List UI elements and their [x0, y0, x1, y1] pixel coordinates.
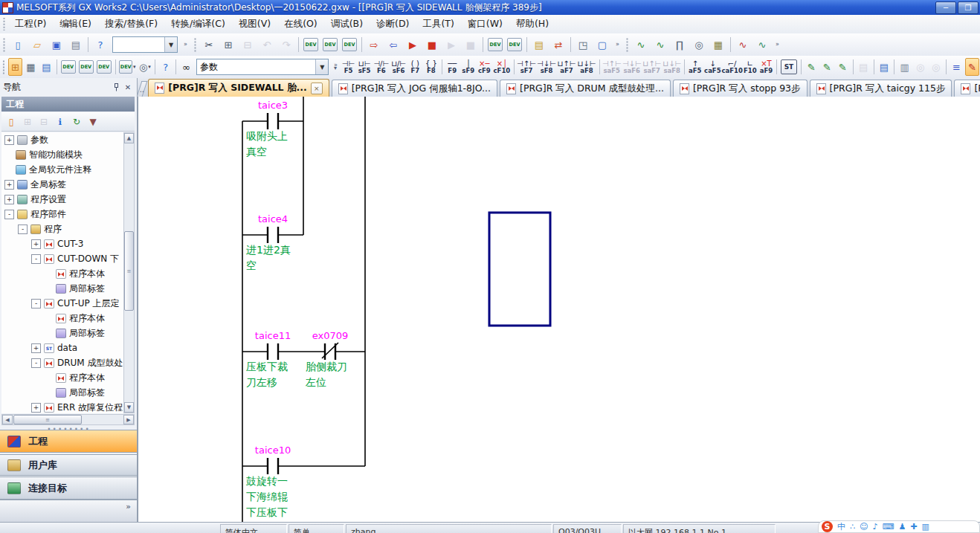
ladder-editor-canvas[interactable]: taice3吸附头上 真空taice4进1进2真 空taice11压板下裁 刀左… — [138, 97, 980, 522]
simulation-button[interactable]: ◳ — [574, 36, 592, 54]
ladder-symbol-sf7-button[interactable]: ⊣↑⊢sF7 — [517, 56, 536, 77]
monitor-pause-button[interactable]: ▶ — [442, 36, 460, 54]
note-find-next-button[interactable]: ◎ — [929, 58, 943, 76]
collapse-icon[interactable]: - — [18, 224, 28, 234]
tree-item-程序本体[interactable]: 程序本体 — [1, 311, 123, 326]
toolbar-overflow-icon[interactable]: » — [773, 36, 781, 53]
collapse-icon[interactable]: - — [4, 210, 14, 219]
ladder-symbol-f10-button[interactable]: ∟F10 — [743, 56, 758, 77]
device-monitor-button[interactable]: DEV — [321, 36, 339, 54]
tab-4[interactable]: [PRG]R 写入 stopp 93步 — [673, 80, 807, 97]
inline-st-button[interactable]: ST — [780, 58, 798, 76]
toolbar-overflow-icon[interactable]: » — [613, 36, 622, 53]
paste-button[interactable]: ⊟ — [239, 36, 257, 54]
cut-button[interactable]: ✂ — [200, 36, 218, 54]
scroll-right-icon[interactable]: ▶ — [123, 415, 134, 424]
tree-item-程序本体[interactable]: 程序本体 — [1, 370, 123, 385]
tab-2[interactable]: [PRG]R 写入 JOG 伺服轴1-8JO... — [332, 80, 497, 97]
copy-button[interactable]: ⊞ — [219, 36, 237, 54]
tree-item-全局标签[interactable]: +全局标签 — [1, 177, 123, 192]
restore-button[interactable]: ❐ — [958, 1, 979, 14]
edit-open-branch-button[interactable]: ✎ — [820, 58, 834, 76]
new-item-button[interactable]: ▯ — [4, 114, 19, 129]
find-button[interactable]: ∞ — [179, 58, 193, 76]
collapse-icon[interactable]: - — [31, 299, 41, 309]
filter-button[interactable]: ▼ — [86, 114, 100, 129]
paste-item-button[interactable]: ⊟ — [36, 114, 51, 129]
ime-button-7[interactable]: ✚ — [910, 521, 917, 532]
note-find-button[interactable]: ◎ — [913, 58, 927, 76]
edit-comment-button[interactable]: ▤ — [877, 58, 891, 76]
ime-logo-icon[interactable]: S — [822, 521, 833, 532]
menu-item-3[interactable]: 搜索/替换(F) — [98, 16, 164, 33]
minimize-button[interactable]: ─ — [935, 1, 956, 14]
ladder-symbol-af7-button[interactable]: ⊔↑⊢aF7 — [557, 56, 576, 77]
monitor-start-button[interactable]: ▶ — [404, 36, 422, 54]
sidebar-stack-连接目标[interactable]: 连接目标 — [0, 477, 137, 500]
device-label-ex0709[interactable]: ex0709 — [294, 331, 366, 341]
scroll-down-icon[interactable]: ▼ — [124, 402, 134, 413]
save-button[interactable]: ▣ — [48, 36, 65, 54]
ladder-symbol-f9-button[interactable]: ──F9 — [445, 56, 460, 77]
tab-scroll-control[interactable]: .. — [138, 81, 148, 97]
menu-item-9[interactable]: 工具(T) — [416, 16, 460, 33]
output-window-button[interactable]: ▤ — [39, 58, 54, 76]
ladder-symbol-sf6-button[interactable]: ⊔∕⊢sF6 — [390, 56, 407, 77]
ladder-symbol-f5-button[interactable]: ⊣⊢F5 — [341, 56, 356, 77]
transfer-setup-button[interactable]: ⇄ — [549, 36, 567, 54]
device-label-taice10[interactable]: taice10 — [237, 445, 309, 456]
sampling-trace-step-button[interactable]: ∿ — [651, 36, 669, 54]
navigation-window-button[interactable]: ⊞ — [8, 58, 22, 76]
statement-list-button[interactable]: ▤ — [530, 36, 548, 54]
device-comment-table-button[interactable]: DEV — [78, 58, 94, 76]
ladder-symbol-saf5-button[interactable]: ⊣↑⊢saF5 — [602, 56, 622, 77]
device-batch-button[interactable]: DEV — [341, 36, 358, 54]
open-project-button[interactable]: ▱ — [28, 36, 46, 54]
statement-edit-button[interactable]: ▥ — [897, 58, 912, 76]
sort-info-button[interactable]: ℹ — [53, 114, 68, 129]
ladder-symbol-f6-button[interactable]: ⊣∕⊢F6 — [373, 56, 390, 77]
device-comment-batch-button[interactable]: DEV — [96, 58, 112, 76]
menu-item-6[interactable]: 在线(O) — [277, 16, 324, 33]
zoom-combobox[interactable]: ▼ — [112, 36, 178, 53]
device-label-taice4[interactable]: taice4 — [237, 214, 309, 224]
tree-item-CUT-3[interactable]: +CUT-3 — [1, 236, 123, 251]
tree-item-CUT-DOWN 下[interactable]: -CUT-DOWN 下 — [1, 251, 123, 266]
menu-item-10[interactable]: 窗口(W) — [461, 16, 509, 33]
ime-button-2[interactable]: ∴ — [850, 521, 855, 532]
ime-button-8[interactable]: ▥ — [921, 521, 929, 532]
ladder-symbol-sf5-button[interactable]: ⊔⊢sF5 — [357, 56, 373, 77]
ime-button-5[interactable]: ⌨ — [883, 521, 894, 532]
expand-icon[interactable]: + — [4, 180, 14, 190]
tab-3[interactable]: [PRG]R 写入 DRUM 成型鼓处理... — [500, 80, 671, 97]
redo-button[interactable]: ↷ — [277, 36, 295, 54]
ladder-symbol-f8-button[interactable]: { }F8 — [424, 56, 439, 77]
tab-5[interactable]: [PRG]R 写入 taicgy 115步 — [810, 80, 952, 97]
chevron-down-icon[interactable]: ▼ — [164, 37, 177, 52]
toolbar-overflow-icon[interactable]: » — [181, 36, 190, 53]
expand-icon[interactable]: + — [4, 195, 14, 204]
ladder-symbol-af5-button[interactable]: ↑aF5 — [688, 56, 703, 77]
display-setting-button[interactable]: DEV▾ — [118, 58, 136, 76]
trace-red-button[interactable]: ∿ — [734, 36, 752, 54]
device-label-taice3[interactable]: taice3 — [237, 100, 309, 111]
help-button[interactable]: ? — [91, 36, 109, 54]
ime-button-6[interactable]: ♟ — [898, 521, 906, 532]
edit-coil-button[interactable]: ✎ — [836, 58, 850, 76]
menu-item-7[interactable]: 调试(B) — [324, 16, 370, 33]
tree-item-ERR 故障复位程[interactable]: +ERR 故障复位程 — [1, 400, 123, 413]
ladder-branch-button[interactable]: ≡ — [950, 58, 964, 76]
ladder-symbol-sf9-button[interactable]: │sF9 — [460, 56, 476, 77]
ladder-edit-mode-button[interactable]: ✎ — [965, 58, 979, 76]
refresh-button[interactable]: ↻ — [69, 114, 84, 129]
device-comment-edit-button[interactable]: DEV — [60, 58, 77, 76]
new-file-button[interactable]: ▯ — [9, 36, 27, 54]
pin-icon[interactable] — [110, 82, 122, 93]
tree-item-程序设置[interactable]: +程序设置 — [1, 192, 123, 207]
ladder-symbol-caf10-button[interactable]: ⌐∕caF10 — [723, 56, 742, 77]
collapse-icon[interactable]: - — [31, 254, 41, 264]
ladder-help-button[interactable]: ? — [158, 58, 173, 76]
menu-item-5[interactable]: 视图(V) — [232, 16, 277, 33]
toolbar-overflow-icon[interactable]: »▾ — [332, 59, 339, 75]
device-comment-button[interactable]: DEV — [302, 36, 320, 54]
